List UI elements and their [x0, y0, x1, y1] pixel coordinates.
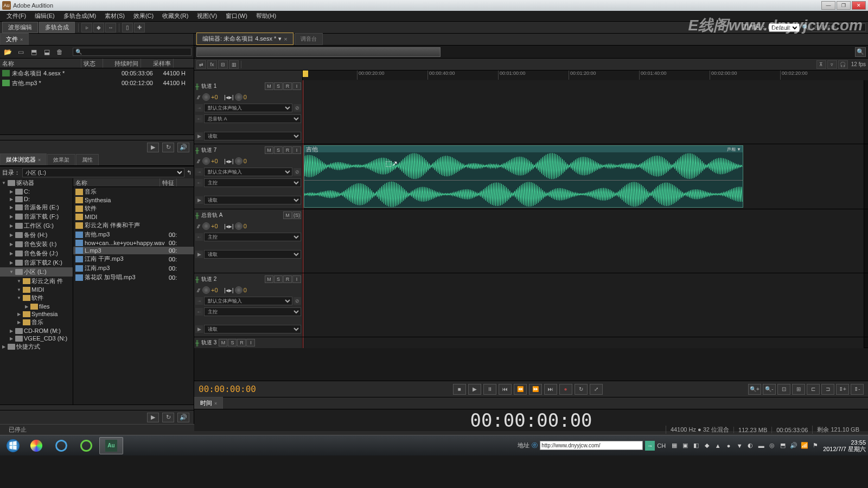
close-button[interactable]: ✕ [852, 1, 866, 10]
audio-clip[interactable]: 吉他声相 ▼ [304, 145, 743, 208]
list-item[interactable]: L.mp300: [73, 247, 194, 254]
stop-button[interactable]: ■ [453, 384, 466, 395]
expand-icon[interactable]: ▶ [9, 214, 14, 219]
zoom-out-icon[interactable]: 🔍- [763, 384, 776, 395]
menu-item[interactable]: 素材(S) [100, 11, 129, 21]
tree-item[interactable]: ▶快捷方式 [0, 342, 73, 351]
monitor-button[interactable]: I [246, 339, 255, 346]
mute-button[interactable]: M [265, 146, 273, 154]
list-item[interactable]: 落花叹 加导唱.mp300: [73, 273, 194, 282]
solo-button[interactable]: S [274, 146, 283, 154]
list-item[interactable]: how+can...ke+you+happy.wav00: [73, 239, 194, 247]
tree-item[interactable]: ▶Synthesia [0, 310, 73, 318]
tree-item[interactable]: ▼彩云之南 件 [0, 277, 73, 286]
automation-icon[interactable]: ▶ [195, 251, 203, 258]
lang-indicator[interactable]: CH [657, 442, 666, 449]
expand-icon[interactable]: ▶ [16, 320, 22, 325]
tree-item[interactable]: ▼MIDI [0, 286, 73, 293]
track-name[interactable]: 轨道 1 [201, 82, 263, 90]
tray-icon[interactable]: ⬒ [778, 441, 787, 450]
expand-icon[interactable]: ▼ [16, 279, 22, 284]
automation-select[interactable]: 读取 [204, 196, 301, 204]
mute-button[interactable]: M [265, 275, 273, 283]
input-select[interactable]: 默认立体声输入 [204, 104, 292, 112]
tree-item[interactable]: ▶工作区 (G:) [0, 221, 73, 230]
automation-select[interactable]: 读取 [204, 132, 301, 140]
autoplay-button[interactable]: 🔊 [177, 143, 189, 152]
tray-volume-icon[interactable]: 🔊 [789, 441, 798, 450]
media-browser-tab[interactable]: 媒体浏览器× [0, 153, 47, 165]
help-search-input[interactable] [812, 23, 866, 31]
menu-item[interactable]: 多轨合成(M) [59, 11, 101, 21]
taskbar-ie[interactable] [49, 437, 73, 454]
automation-icon[interactable]: ▶ [195, 132, 203, 140]
tray-icon[interactable]: ◐ [746, 441, 755, 450]
zoom-in-icon[interactable]: 🔍+ [748, 384, 761, 395]
send-tool-icon[interactable]: ⊟ [218, 60, 228, 69]
expand-icon[interactable]: ▶ [9, 260, 14, 265]
record-arm-button[interactable]: R [283, 82, 292, 90]
spot-heal-tool-icon[interactable]: ✚ [134, 23, 145, 33]
output-select[interactable]: 主控 [204, 307, 301, 316]
close-file-icon[interactable]: ⬓ [41, 47, 52, 57]
track-content[interactable] [303, 273, 864, 337]
list-item[interactable]: 吉他.mp300: [73, 230, 194, 239]
overview-bar[interactable]: 🔍 [194, 46, 868, 59]
expand-icon[interactable]: ▶ [9, 329, 14, 333]
zoom-sel-in-icon[interactable]: ⊏ [807, 384, 820, 395]
pan-knob[interactable] [235, 222, 242, 230]
tree-item[interactable]: ▶备份 (H:) [0, 230, 73, 240]
file-row[interactable]: 未命名项目 4.sesx *00:05:33:0644100 H [0, 68, 194, 78]
minimize-button[interactable]: — [821, 1, 835, 10]
menu-item[interactable]: 帮助(H) [252, 11, 280, 21]
menu-item[interactable]: 收藏夹(R) [158, 11, 193, 21]
tray-icon[interactable]: ⚑ [811, 441, 820, 450]
pan-knob[interactable] [235, 286, 242, 294]
tray-icon[interactable]: ◆ [703, 441, 711, 450]
menu-item[interactable]: 窗口(W) [221, 11, 252, 21]
track-content[interactable] [303, 209, 864, 273]
output-select[interactable]: 主控 [204, 178, 301, 187]
mute-button[interactable]: M [283, 211, 292, 219]
record-arm-button[interactable]: R [283, 146, 292, 154]
input-select[interactable]: 默认立体声输入 [204, 168, 292, 176]
track-content[interactable]: 吉他声相 ▼ [303, 144, 864, 209]
close-icon[interactable]: × [284, 36, 287, 42]
play-button[interactable]: ▶ [468, 384, 481, 395]
col-name[interactable]: 名称 [73, 178, 160, 187]
properties-tab[interactable]: 属性 [76, 154, 99, 165]
pause-button[interactable]: ⏸ [483, 384, 496, 395]
input-config-icon[interactable]: ⊘ [293, 168, 301, 176]
automation-icon[interactable]: ▶ [195, 196, 203, 204]
expand-icon[interactable]: ▶ [9, 189, 14, 194]
tray-icon[interactable]: ◎ [768, 441, 776, 450]
volume-knob[interactable] [202, 286, 210, 294]
solo-button[interactable]: S [228, 339, 237, 346]
volume-value[interactable]: +0 [211, 94, 223, 100]
play-preview-button[interactable]: ▶ [147, 143, 159, 152]
monitor-button[interactable]: I [292, 275, 301, 283]
input-config-icon[interactable]: ⊘ [293, 297, 301, 305]
track-name[interactable]: 轨道 2 [201, 275, 263, 283]
eq-tool-icon[interactable]: ▥ [229, 60, 239, 69]
menu-item[interactable]: 编辑(E) [30, 11, 59, 21]
pan-knob[interactable] [235, 93, 242, 101]
col-name[interactable]: 名称 [0, 59, 81, 68]
tree-item[interactable]: ▶音色安装 (I:) [0, 240, 73, 249]
effects-rack-tab[interactable]: 效果架 [47, 154, 75, 165]
expand-icon[interactable]: ▶ [9, 336, 14, 341]
col-duration[interactable]: 持续时间 [103, 59, 141, 68]
automation-select[interactable]: 读取 [204, 250, 301, 259]
track-content[interactable] [303, 80, 864, 144]
marker-icon[interactable]: ▿ [827, 60, 837, 69]
expand-icon[interactable]: ▼ [16, 287, 22, 292]
track-name[interactable]: 轨道 3 [201, 339, 216, 346]
volume-value[interactable]: +0 [211, 287, 223, 293]
menu-item[interactable]: 效果(C) [129, 11, 158, 21]
tray-icon[interactable]: ▲ [713, 441, 722, 450]
monitor-button[interactable]: I [292, 82, 301, 90]
zoom-full-icon[interactable]: ⊞ [792, 384, 805, 395]
tree-item[interactable]: ▶音源下载 (F:) [0, 212, 73, 221]
input-config-icon[interactable]: ⊘ [293, 104, 301, 112]
expand-icon[interactable]: ▶ [9, 205, 14, 210]
